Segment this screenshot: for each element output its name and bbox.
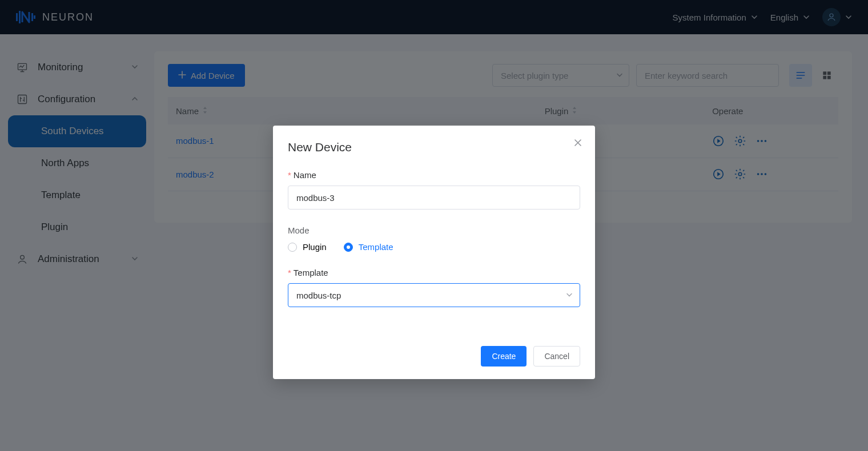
cancel-label: Cancel [544,352,569,361]
name-label: Name [294,170,316,180]
create-button[interactable]: Create [481,346,527,367]
modal-close-button[interactable] [573,138,582,150]
modal-overlay[interactable]: New Device * Name Mode Plugin T [0,0,868,451]
create-label: Create [492,352,516,361]
required-asterisk: * [288,170,291,180]
mode-plugin-radio[interactable]: Plugin [288,242,327,252]
modal-title: New Device [288,140,580,154]
name-input[interactable] [288,186,580,210]
template-field: * Template modbus-tcp [288,268,580,307]
template-label: Template [294,268,328,277]
template-value: modbus-tcp [296,291,341,300]
modal-footer: Create Cancel [288,346,580,367]
cancel-button[interactable]: Cancel [533,346,580,367]
close-icon [573,139,582,149]
radio-icon [288,243,297,252]
template-select[interactable]: modbus-tcp [288,283,580,307]
mode-label: Mode [288,226,580,235]
chevron-down-icon [566,291,573,300]
new-device-modal: New Device * Name Mode Plugin T [273,126,595,379]
name-field: * Name [288,170,580,210]
mode-template-label: Template [359,242,393,252]
mode-plugin-label: Plugin [303,242,327,252]
mode-template-radio[interactable]: Template [344,242,393,252]
required-asterisk: * [288,268,291,277]
radio-icon [344,243,353,252]
mode-field: Mode Plugin Template [288,226,580,252]
